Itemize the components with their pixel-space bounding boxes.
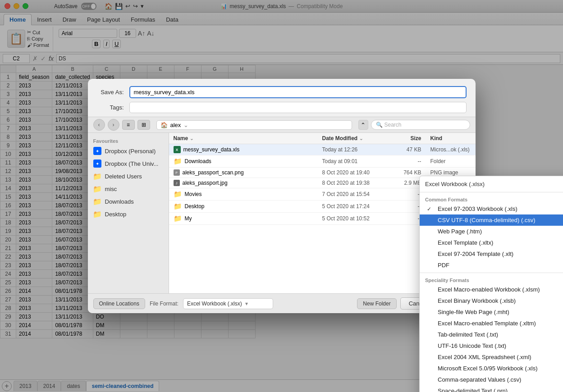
file-size-cell: 47 KB [390, 145, 426, 155]
folder-icon: 📁 [174, 214, 182, 223]
excel-file-icon: X [174, 146, 181, 153]
dropdown-item-xlt97[interactable]: Excel 97-2004 Template (.xlt) [420, 248, 563, 260]
expand-button[interactable]: ⌃ [358, 120, 368, 130]
new-folder-button[interactable]: New Folder [357, 298, 396, 309]
xltx-label: Excel Template (.xltx) [438, 239, 493, 246]
file-name-cell: X messy_survey_data.xls [169, 144, 318, 155]
search-box[interactable]: 🔍 Search Online Locations [371, 120, 470, 130]
col-kind-header[interactable]: Kind [426, 133, 476, 144]
file-name-cell: 📁 Desktop [169, 201, 318, 212]
current-path: alex [170, 122, 181, 128]
file-name: aleks_passport.jpg [183, 180, 228, 186]
file-date-cell: Today at 12:26 [318, 145, 390, 155]
downloads-label: Downloads [105, 198, 134, 205]
dropdown-item-xltx[interactable]: Excel Template (.xltx) [420, 237, 563, 248]
forward-button[interactable]: › [108, 119, 119, 131]
deleted-users-icon: 📁 [93, 172, 101, 180]
folder-icon: 📁 [174, 190, 182, 198]
sort-name-icon: ⌄ [190, 136, 193, 141]
dropdown-specialty-item[interactable]: Single-file Web Page (.mht) [420, 306, 563, 318]
col-date-header[interactable]: Date Modified ⌄ [318, 133, 390, 144]
file-name: messy_survey_data.xls [183, 146, 240, 153]
file-kind-cell: Folder [426, 156, 476, 166]
dropbox-personal-icon: ✦ [93, 147, 101, 155]
file-format-value: Excel Workbook (.xlsx) [187, 301, 242, 307]
file-date-cell: 5 Oct 2020 at 17:24 [318, 201, 390, 211]
file-format-selector[interactable]: Excel Workbook (.xlsx) ▾ [183, 298, 273, 309]
file-row[interactable]: X messy_survey_data.xls Today at 12:26 4… [169, 144, 476, 155]
specialty-item-label: Excel Binary Workbook (.xlsb) [438, 297, 516, 304]
sidebar-item-deleted-users[interactable]: 📁 Deleted Users [88, 170, 169, 182]
file-name: Downloads [185, 158, 211, 164]
downloads-icon: 📁 [93, 197, 101, 205]
file-format-dropdown: Excel Workbook (.xlsx) Common Formats ✓ … [419, 176, 563, 392]
specialty-item-label: Excel Macro-enabled Template (.xltm) [438, 320, 536, 327]
view-list-button[interactable]: ≡ [122, 120, 135, 130]
file-name-cell: 📁 Downloads [169, 155, 318, 167]
file-row[interactable]: 📁 Downloads Today at 09:01 -- Folder [169, 155, 476, 168]
sort-date-icon: ⌄ [359, 136, 363, 141]
checkmark-xls97: ✓ [427, 206, 434, 212]
png-file-icon: P [174, 169, 180, 176]
sidebar-item-downloads[interactable]: 📁 Downloads [88, 195, 169, 208]
dropdown-specialty-item[interactable]: Excel Macro-enabled Template (.xltm) [420, 318, 563, 329]
sidebar-item-dropbox-univ[interactable]: ✦ Dropbox (The Univ... [88, 157, 169, 170]
dropdown-divider-top [420, 192, 563, 192]
save-as-row: Save As: [97, 86, 467, 98]
csv-utf8-label: CSV UTF-8 (Comma-delimited) (.csv) [438, 217, 536, 223]
xls97-label: Excel 97-2003 Workbook (.xls) [438, 205, 517, 212]
file-name-cell: 📁 My [169, 213, 318, 224]
footer-left: Online Locations File Format: Excel Work… [93, 298, 273, 309]
dropdown-specialty-item[interactable]: Space-delimited Text (.prn) [420, 385, 563, 392]
search-placeholder: Search [384, 122, 402, 128]
path-selector[interactable]: 🏠 alex ⌄ [156, 120, 352, 130]
pdf-label: PDF [438, 262, 449, 269]
path-home-icon: 🏠 [160, 122, 168, 128]
col-size-header[interactable]: Size [390, 133, 426, 144]
dropbox-univ-icon: ✦ [93, 160, 101, 168]
dropdown-specialty-item[interactable]: Microsoft Excel 5.0/95 Workbook (.xls) [420, 363, 563, 374]
file-date-cell: 7 Oct 2020 at 15:54 [318, 189, 390, 199]
dropdown-specialty-item[interactable]: UTF-16 Unicode Text (.txt) [420, 340, 563, 351]
filename-input[interactable] [129, 86, 467, 98]
jpg-file-icon: J [174, 180, 180, 186]
sidebar-item-misc[interactable]: 📁 misc [88, 182, 169, 195]
misc-label: misc [105, 186, 117, 192]
dropdown-specialty-item[interactable]: Excel Macro-enabled Workbook (.xlsm) [420, 284, 563, 295]
dropdown-item-webpage[interactable]: Web Page (.htm) [420, 226, 563, 237]
dropdown-specialty-item[interactable]: Excel Binary Workbook (.xlsb) [420, 295, 563, 306]
specialty-item-label: Excel 2004 XML Spreadsheet (.xml) [438, 354, 531, 360]
file-date-cell: 8 Oct 2020 at 19:38 [318, 178, 390, 188]
dropdown-specialty-item[interactable]: Comma-separated Values (.csv) [420, 374, 563, 385]
file-format-label: File Format: [150, 301, 179, 307]
file-size-cell: -- [390, 156, 426, 166]
col-name-header[interactable]: Name ⌄ [169, 133, 318, 144]
file-name-cell: J aleks_passport.jpg [169, 178, 318, 188]
dropdown-item-xls97[interactable]: ✓ Excel 97-2003 Workbook (.xls) [420, 203, 563, 214]
file-list-header: Name ⌄ Date Modified ⌄ Size Kind [169, 133, 476, 144]
file-name: Desktop [185, 203, 205, 210]
tags-input[interactable] [129, 102, 467, 113]
xlt97-label: Excel 97-2004 Template (.xlt) [438, 251, 513, 257]
online-locations-button[interactable]: Online Locations [93, 298, 145, 309]
dropdown-specialty-item[interactable]: Excel 2004 XML Spreadsheet (.xml) [420, 351, 563, 363]
favourites-label: Favourites [88, 137, 169, 145]
back-button[interactable]: ‹ [93, 119, 105, 131]
specialty-item-label: Excel Macro-enabled Workbook (.xlsm) [438, 286, 540, 293]
dropdown-item-pdf[interactable]: PDF [420, 260, 563, 271]
dialog-footer: Online Locations File Format: Excel Work… [88, 293, 476, 313]
dialog-nav: ‹ › ≡ ⊞ 🏠 alex ⌄ ⌃ 🔍 Search Online Locat… [88, 117, 476, 133]
dropdown-divider-mid [420, 273, 563, 273]
deleted-users-label: Deleted Users [105, 173, 142, 180]
dropdown-item-csv-utf8[interactable]: CSV UTF-8 (Comma-delimited) (.csv) [420, 214, 563, 226]
sidebar-item-dropbox-personal[interactable]: ✦ Dropbox (Personal) [88, 145, 169, 157]
dialog-header: Save As: Tags: [88, 79, 476, 117]
sidebar-item-desktop[interactable]: 📁 Desktop [88, 208, 169, 220]
webpage-label: Web Page (.htm) [438, 228, 482, 235]
file-format-chevron-icon: ▾ [245, 301, 248, 307]
folder-icon: 📁 [174, 202, 182, 210]
dropdown-specialty-item[interactable]: Tab-delimited Text (.txt) [420, 329, 563, 340]
file-date-cell: 8 Oct 2020 at 19:40 [318, 168, 390, 178]
specialty-item-label: Comma-separated Values (.csv) [438, 376, 521, 383]
view-icon-button[interactable]: ⊞ [137, 120, 150, 130]
